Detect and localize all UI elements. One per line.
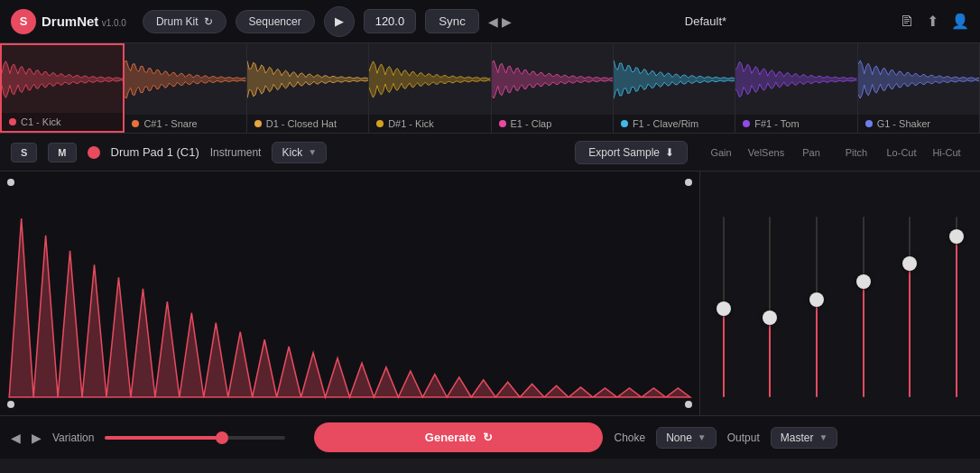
corner-handle-bl[interactable] [7, 401, 14, 408]
instrument-bar: S M Drum Pad 1 (C1) Instrument Kick ▼ Ex… [0, 134, 980, 172]
fader-pan [816, 217, 818, 397]
fader-track-velsens[interactable] [769, 217, 771, 397]
pad-waveform-d1 [247, 43, 368, 115]
fader-knob-pitch[interactable] [856, 274, 871, 289]
fader-track-gain[interactable] [723, 217, 725, 397]
fader-hi-cut [956, 217, 957, 397]
pad-name-ds1: D#1 - Kick [388, 118, 434, 129]
fader-knob-pan[interactable] [809, 292, 824, 307]
fader-track-pan[interactable] [816, 217, 818, 397]
fader-track-hi-cut[interactable] [956, 217, 957, 397]
pad-waveform-g1 [858, 43, 979, 115]
bottom-bar: ◀ ▶ Variation Generate ↻ Choke None ▼ Ou… [0, 415, 980, 459]
pad-dot-c1 [9, 118, 16, 125]
param-header-velsens: VelSens [744, 147, 789, 158]
instrument-value: Kick [282, 146, 302, 159]
pad-name-c1: C1 - Kick [21, 116, 61, 127]
corner-handle-tr[interactable] [685, 179, 692, 186]
corner-handle-tl[interactable] [7, 179, 14, 186]
save-icon[interactable]: 🖹 [900, 14, 914, 30]
output-value: Master [781, 431, 814, 444]
export-icon[interactable]: ⬆ [927, 13, 938, 30]
nav-right-button[interactable]: ▶ [502, 14, 512, 29]
sequencer-button[interactable]: Sequencer [236, 10, 315, 33]
fader-track-pitch[interactable] [863, 217, 864, 397]
pad-ds1[interactable]: D#1 - Kick [369, 43, 491, 133]
pad-g1[interactable]: G1 - Shaker [858, 43, 980, 133]
pad-name-fs1: F#1 - Tom [754, 118, 799, 129]
pad-fs1[interactable]: F#1 - Tom [735, 43, 857, 133]
pad-dot-fs1 [743, 120, 750, 127]
corner-handle-br[interactable] [685, 401, 692, 408]
choke-label: Choke [614, 431, 645, 444]
preset-name: Default* [521, 14, 891, 28]
drum-kit-button[interactable]: Drum Kit ↻ [143, 10, 227, 33]
top-bar: S DrumNet v1.0.0 Drum Kit ↻ Sequencer ▶ … [0, 0, 980, 43]
pad-f1[interactable]: F1 - Clave/Rim [614, 43, 735, 133]
pad-waveform-c1 [2, 45, 123, 113]
pad-waveform-ds1 [369, 43, 490, 115]
pad-dot-ds1 [376, 120, 384, 127]
param-headers: GainVelSensPanPitchLo-CutHi-Cut [698, 147, 969, 158]
instrument-section-label: Instrument [210, 146, 262, 159]
pad-waveform-fs1 [735, 43, 856, 115]
play-icon: ▶ [335, 14, 344, 28]
instrument-select[interactable]: Kick ▼ [272, 142, 327, 163]
fader-track-lo-cut[interactable] [909, 217, 911, 397]
choke-select[interactable]: None ▼ [656, 427, 717, 449]
pad-name-g1: G1 - Shaker [877, 118, 930, 129]
output-chevron-icon: ▼ [818, 432, 827, 442]
pad-waveform-cs1 [125, 43, 245, 115]
pad-name-cs1: C#1 - Snare [143, 118, 197, 129]
pad-label-c1: C1 - Kick [2, 113, 123, 131]
pad-dot-d1 [254, 120, 262, 127]
export-sample-icon: ⬇ [665, 146, 674, 159]
pad-e1[interactable]: E1 - Clap [492, 43, 614, 133]
pad-label-fs1: F#1 - Tom [735, 115, 856, 133]
drum-kit-label: Drum Kit [156, 15, 199, 28]
pad-c1[interactable]: C1 - Kick [0, 43, 125, 133]
fader-gain [723, 217, 725, 397]
fader-knob-velsens[interactable] [763, 311, 777, 325]
variation-prev-button[interactable]: ◀ [11, 431, 21, 445]
top-icons: 🖹 ⬆ 👤 [900, 13, 969, 30]
nav-left-button[interactable]: ◀ [488, 14, 498, 29]
fader-pitch [863, 217, 864, 397]
pad-waveform-f1 [614, 43, 735, 115]
main-waveform [0, 172, 699, 415]
logo: S DrumNet v1.0.0 [11, 9, 126, 34]
fader-knob-lo-cut[interactable] [902, 256, 917, 271]
pad-name-d1: D1 - Closed Hat [266, 118, 337, 129]
pad-label-cs1: C#1 - Snare [125, 115, 245, 133]
generate-button[interactable]: Generate ↻ [314, 422, 603, 452]
variation-slider[interactable] [105, 436, 303, 440]
pads-row: C1 - KickC#1 - SnareD1 - Closed HatD#1 -… [0, 43, 980, 134]
s-button[interactable]: S [11, 143, 37, 162]
bpm-display[interactable]: 120.0 [364, 9, 417, 33]
pad-cs1[interactable]: C#1 - Snare [125, 43, 246, 133]
pad-dot-f1 [621, 120, 628, 127]
m-button[interactable]: M [48, 143, 76, 162]
fader-knob-gain[interactable] [717, 301, 731, 316]
export-sample-label: Export Sample [588, 146, 660, 159]
pad-name-f1: F1 - Clave/Rim [633, 118, 698, 129]
chevron-down-icon: ▼ [308, 147, 317, 157]
output-select[interactable]: Master ▼ [771, 427, 838, 449]
waveform-panel [0, 172, 700, 415]
sync-button[interactable]: Sync [425, 9, 479, 33]
param-header-pan: Pan [789, 147, 834, 158]
generate-icon: ↻ [483, 431, 493, 444]
export-sample-button[interactable]: Export Sample ⬇ [575, 141, 688, 164]
play-button[interactable]: ▶ [324, 6, 355, 37]
choke-value: None [666, 431, 692, 444]
pad-dot-e1 [499, 120, 506, 127]
pad-active-indicator [88, 146, 100, 159]
fader-knob-hi-cut[interactable] [949, 229, 964, 244]
param-header-lo-cut: Lo-Cut [879, 147, 924, 158]
variation-label: Variation [52, 431, 94, 444]
pad-label-g1: G1 - Shaker [858, 115, 979, 133]
generate-label: Generate [425, 431, 476, 444]
variation-next-button[interactable]: ▶ [32, 431, 42, 445]
pad-d1[interactable]: D1 - Closed Hat [247, 43, 369, 133]
user-icon[interactable]: 👤 [951, 13, 969, 30]
